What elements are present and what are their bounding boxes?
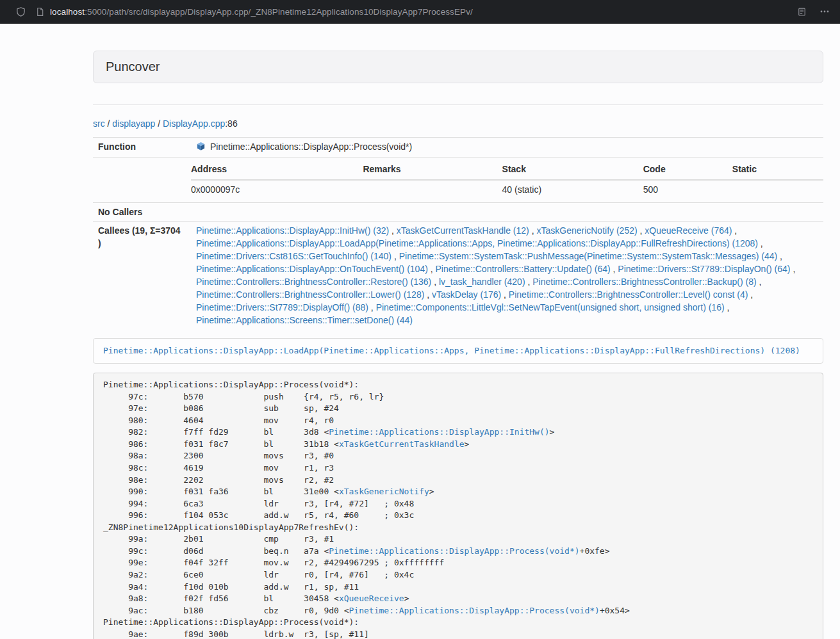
page-container: Puncover src / displayapp / DisplayApp.c… bbox=[93, 51, 823, 639]
callee-link[interactable]: Pinetime::Controllers::Battery::Update()… bbox=[436, 264, 611, 274]
no-callers-label: No Callers bbox=[93, 203, 191, 222]
disassembly: Pinetime::Applications::DisplayApp::Proc… bbox=[93, 373, 823, 639]
callees-row: Callees (19, Σ=3704 ) Pinetime::Applicat… bbox=[93, 222, 823, 330]
callee-link[interactable]: Pinetime::Components::LittleVgl::SetNewT… bbox=[376, 302, 725, 312]
callee-link[interactable]: Pinetime::Drivers::St7789::DisplayOff() … bbox=[196, 302, 368, 312]
col-static: Static bbox=[732, 160, 823, 180]
toolbar-right bbox=[797, 6, 832, 17]
breadcrumb-link-displayapp.cpp[interactable]: DisplayApp.cpp bbox=[163, 118, 225, 129]
breadcrumb: src / displayapp / DisplayApp.cpp:86 bbox=[93, 118, 823, 130]
symbol-table: Function Pinetime::Applications::Display… bbox=[93, 137, 823, 329]
callees-label: Callees (19, Σ=3704 ) bbox=[93, 222, 191, 330]
asm-symbol-link[interactable]: Pinetime::Applications::DisplayApp::Proc… bbox=[349, 606, 600, 615]
callee-link[interactable]: Pinetime::Controllers::BrightnessControl… bbox=[509, 289, 748, 300]
callee-link[interactable]: Pinetime::Applications::DisplayApp::Load… bbox=[196, 238, 758, 248]
breadcrumb-separator: / bbox=[105, 118, 113, 129]
callee-link[interactable]: Pinetime::Applications::Screens::Timer::… bbox=[196, 315, 413, 325]
callee-link[interactable]: Pinetime::Controllers::BrightnessControl… bbox=[196, 289, 424, 300]
method-icon bbox=[196, 142, 206, 154]
no-callers-row: No Callers bbox=[93, 203, 823, 222]
col-stack: Stack bbox=[502, 160, 643, 180]
function-name-cell: Pinetime::Applications::DisplayApp::Proc… bbox=[191, 138, 823, 158]
reader-view-icon[interactable] bbox=[797, 7, 807, 17]
divider bbox=[93, 104, 823, 105]
asm-symbol-link[interactable]: Pinetime::Applications::DisplayApp::Proc… bbox=[329, 546, 579, 556]
callee-link[interactable]: Pinetime::Controllers::BrightnessControl… bbox=[196, 277, 431, 287]
col-code: Code bbox=[643, 160, 732, 180]
callee-link[interactable]: Pinetime::Applications::DisplayApp::OnTo… bbox=[196, 264, 428, 274]
callee-link[interactable]: vTaskDelay (176) bbox=[432, 289, 501, 300]
shield-icon[interactable] bbox=[15, 6, 26, 17]
asm-symbol-link[interactable]: xTaskGetCurrentTaskHandle bbox=[339, 439, 465, 449]
url-text[interactable]: localhost:5000/path/src/displayapp/Displ… bbox=[50, 7, 473, 17]
stack-value: 40 (static) bbox=[502, 180, 643, 200]
highlighted-symbol-link[interactable]: Pinetime::Applications::DisplayApp::Load… bbox=[103, 346, 800, 355]
asm-symbol-link[interactable]: xQueueReceive bbox=[339, 594, 404, 603]
function-label: Function bbox=[93, 138, 191, 158]
breadcrumb-line-number: :86 bbox=[225, 118, 237, 129]
breadcrumb-separator: / bbox=[155, 118, 163, 129]
app-header: Puncover bbox=[93, 51, 823, 83]
breadcrumb-link-displayapp[interactable]: displayapp bbox=[112, 118, 155, 129]
callee-link[interactable]: Pinetime::Drivers::Cst816S::GetTouchInfo… bbox=[196, 251, 391, 261]
asm-symbol-link[interactable]: Pinetime::Applications::DisplayApp::Init… bbox=[329, 427, 549, 437]
asm-symbol-link[interactable]: xTaskGenericNotify bbox=[339, 487, 429, 496]
callee-link[interactable]: Pinetime::Drivers::St7789::DisplayOn() (… bbox=[618, 264, 790, 274]
metrics-values-row: 0x0000097c 40 (static) 500 bbox=[191, 180, 823, 200]
callee-link[interactable]: Pinetime::Applications::DisplayApp::Init… bbox=[196, 225, 389, 236]
callees-list: Pinetime::Applications::DisplayApp::Init… bbox=[191, 222, 823, 330]
col-remarks: Remarks bbox=[363, 160, 502, 180]
metrics-table: Address Remarks Stack Code Static 0x0000… bbox=[191, 160, 823, 200]
url-path: :5000/path/src/displayapp/DisplayApp.cpp… bbox=[85, 7, 473, 17]
callee-link[interactable]: lv_task_handler (420) bbox=[439, 277, 525, 287]
callee-link[interactable]: xTaskGetCurrentTaskHandle (12) bbox=[397, 225, 529, 236]
url-bar[interactable]: localhost:5000/path/src/displayapp/Displ… bbox=[35, 7, 789, 17]
address-value: 0x0000097c bbox=[191, 180, 363, 200]
metrics-row: Address Remarks Stack Code Static 0x0000… bbox=[93, 158, 823, 203]
function-row: Function Pinetime::Applications::Display… bbox=[93, 138, 823, 158]
function-name: Pinetime::Applications::DisplayApp::Proc… bbox=[210, 142, 412, 152]
overflow-menu-icon[interactable] bbox=[819, 6, 830, 17]
remarks-value bbox=[363, 180, 502, 200]
callee-link[interactable]: xQueueReceive (764) bbox=[645, 225, 732, 236]
page-proxy-icon[interactable] bbox=[35, 7, 45, 17]
breadcrumb-link-src[interactable]: src bbox=[93, 118, 105, 129]
url-host: localhost bbox=[50, 7, 85, 17]
callee-link[interactable]: xTaskGenericNotify (252) bbox=[536, 225, 637, 236]
code-value: 500 bbox=[643, 180, 732, 200]
app-title: Puncover bbox=[106, 60, 160, 74]
col-address: Address bbox=[191, 160, 363, 180]
browser-toolbar: localhost:5000/path/src/displayapp/Displ… bbox=[0, 0, 840, 24]
static-value bbox=[732, 180, 823, 200]
highlighted-symbol-box: Pinetime::Applications::DisplayApp::Load… bbox=[93, 338, 823, 364]
callee-link[interactable]: Pinetime::System::SystemTask::PushMessag… bbox=[399, 251, 778, 261]
callee-link[interactable]: Pinetime::Controllers::BrightnessControl… bbox=[532, 277, 756, 287]
